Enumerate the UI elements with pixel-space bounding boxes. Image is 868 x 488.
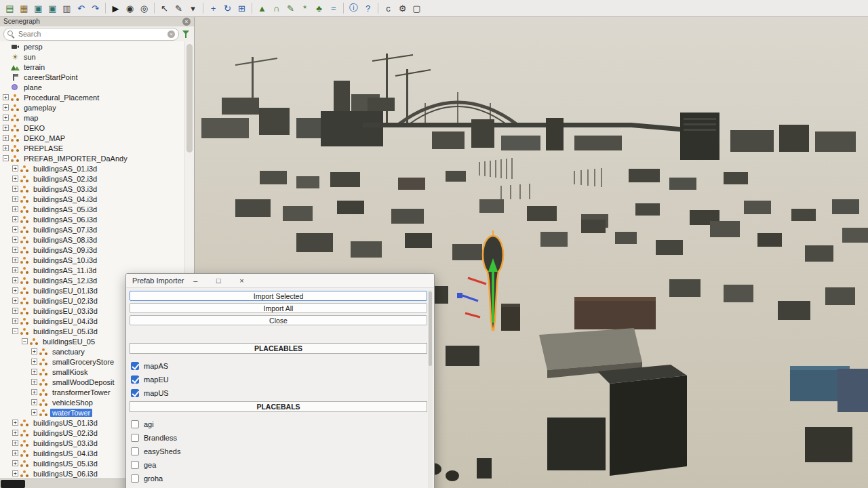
- expand-toggle[interactable]: +: [31, 348, 37, 354]
- play-icon[interactable]: ▶: [108, 1, 123, 15]
- import-selected-button[interactable]: Import Selected: [130, 291, 427, 301]
- redo-icon[interactable]: ↷: [88, 1, 102, 15]
- expand-toggle[interactable]: +: [12, 450, 18, 456]
- checkbox[interactable]: [131, 389, 139, 397]
- zoom-icon[interactable]: ◎: [137, 1, 151, 15]
- undo-icon[interactable]: ↶: [74, 1, 88, 15]
- collapse-toggle[interactable]: −: [22, 338, 28, 344]
- tree-item-prefab-importer-daandy[interactable]: −PREFAB_IMPORTER_DaAndy: [0, 153, 185, 163]
- clear-search-icon[interactable]: ×: [167, 30, 175, 38]
- checkbox-row-mapus[interactable]: mapUS: [130, 386, 427, 400]
- checkbox[interactable]: [131, 434, 139, 442]
- window-layout-icon[interactable]: ▢: [410, 1, 424, 15]
- print-icon[interactable]: ▥: [60, 1, 74, 15]
- expand-toggle[interactable]: +: [31, 389, 37, 395]
- tree-item-buildingsas-02-i3d[interactable]: +buildingsAS_02.i3d: [0, 174, 185, 184]
- expand-toggle[interactable]: +: [31, 359, 37, 365]
- expand-toggle[interactable]: +: [31, 409, 37, 415]
- water-icon[interactable]: ≈: [326, 1, 340, 15]
- brush-dropdown-icon[interactable]: ▾: [186, 1, 200, 15]
- tree-item-buildingsas-07-i3d[interactable]: +buildingsAS_07.i3d: [0, 224, 185, 235]
- translate-icon[interactable]: +: [206, 1, 220, 15]
- tree-item-buildingsas-10-i3d[interactable]: +buildingsAS_10.i3d: [0, 255, 185, 265]
- tree-item-sun[interactable]: ☀sun: [0, 52, 185, 62]
- expand-toggle[interactable]: +: [12, 237, 18, 243]
- tree-item-deko-map[interactable]: +DEKO_MAP: [0, 133, 185, 143]
- tree-item-procedural-placement[interactable]: +Procedural_Placement: [0, 92, 185, 102]
- expand-toggle[interactable]: +: [3, 115, 9, 121]
- search-input[interactable]: [17, 29, 165, 39]
- show-hide-icon[interactable]: ◉: [123, 1, 137, 15]
- checkbox[interactable]: [131, 375, 139, 384]
- checkbox[interactable]: [131, 362, 139, 370]
- checkbox-row-groha[interactable]: groha: [130, 472, 427, 485]
- expand-toggle[interactable]: +: [12, 186, 18, 192]
- checkbox[interactable]: [131, 461, 139, 469]
- tree-item-plane[interactable]: plane: [0, 82, 185, 92]
- new-scene-icon[interactable]: ▤: [3, 1, 17, 15]
- terrain-sculpt-icon[interactable]: ▲: [255, 1, 269, 15]
- checkbox-row-gea[interactable]: gea: [130, 458, 427, 472]
- tree-item-buildingsas-03-i3d[interactable]: +buildingsAS_03.i3d: [0, 184, 185, 194]
- tree-item-buildingsas-09-i3d[interactable]: +buildingsAS_09.i3d: [0, 245, 185, 255]
- expand-toggle[interactable]: +: [31, 369, 37, 375]
- expand-toggle[interactable]: +: [12, 257, 18, 263]
- expand-toggle[interactable]: +: [3, 94, 9, 100]
- terrain-smooth-icon[interactable]: ∩: [269, 1, 283, 15]
- checkbox-row-mapeu[interactable]: mapEU: [130, 373, 427, 386]
- tree-item-buildingsas-05-i3d[interactable]: +buildingsAS_05.i3d: [0, 204, 185, 214]
- checkbox[interactable]: [131, 474, 139, 483]
- expand-toggle[interactable]: +: [3, 145, 9, 151]
- collapse-toggle[interactable]: −: [3, 155, 9, 161]
- close-button[interactable]: ×: [230, 274, 253, 287]
- expand-toggle[interactable]: +: [12, 430, 18, 436]
- expand-toggle[interactable]: +: [12, 287, 18, 293]
- expand-toggle[interactable]: +: [3, 135, 9, 141]
- tree-placement-icon[interactable]: ♣: [312, 1, 326, 15]
- bottom-panel-tab[interactable]: [1, 480, 25, 488]
- checkbox-row-brandless[interactable]: Brandless: [130, 431, 427, 445]
- checkbox[interactable]: [131, 420, 139, 428]
- rotate-icon[interactable]: ↻: [220, 1, 235, 15]
- open-file-icon[interactable]: ▦: [17, 1, 31, 15]
- close-button[interactable]: Close: [130, 315, 427, 325]
- expand-toggle[interactable]: +: [31, 399, 37, 405]
- tree-item-deko[interactable]: +DEKO: [0, 123, 185, 133]
- tree-item-gameplay[interactable]: +gameplay: [0, 102, 185, 113]
- tree-item-map[interactable]: +map: [0, 113, 185, 123]
- tree-item-buildingsas-06-i3d[interactable]: +buildingsAS_06.i3d: [0, 214, 185, 224]
- tree-item-buildingsas-08-i3d[interactable]: +buildingsAS_08.i3d: [0, 235, 185, 245]
- expand-toggle[interactable]: +: [12, 460, 18, 466]
- checkbox[interactable]: [131, 447, 139, 455]
- help-icon[interactable]: ?: [361, 1, 375, 15]
- panel-close-icon[interactable]: ×: [182, 18, 191, 26]
- expand-toggle[interactable]: +: [12, 206, 18, 212]
- scrollbar-thumb[interactable]: [186, 44, 193, 152]
- expand-toggle[interactable]: +: [12, 308, 18, 314]
- checkbox-row-blank[interactable]: [130, 485, 427, 488]
- expand-toggle[interactable]: +: [12, 216, 18, 222]
- checkbox-row-agi[interactable]: agi: [130, 418, 427, 431]
- settings-icon[interactable]: ⚙: [395, 1, 410, 15]
- save-icon[interactable]: ▣: [31, 1, 45, 15]
- minimize-button[interactable]: –: [184, 274, 207, 287]
- paint-brush-icon[interactable]: ✎: [172, 1, 186, 15]
- expand-toggle[interactable]: +: [12, 318, 18, 324]
- expand-toggle[interactable]: +: [12, 440, 18, 446]
- expand-toggle[interactable]: +: [12, 470, 18, 476]
- expand-toggle[interactable]: +: [3, 104, 9, 110]
- expand-toggle[interactable]: +: [12, 196, 18, 202]
- tree-item-buildingsas-01-i3d[interactable]: +buildingsAS_01.i3d: [0, 163, 185, 174]
- expand-toggle[interactable]: +: [12, 165, 18, 171]
- expand-toggle[interactable]: +: [3, 125, 9, 131]
- expand-toggle[interactable]: +: [12, 247, 18, 253]
- expand-toggle[interactable]: +: [31, 379, 37, 385]
- expand-toggle[interactable]: +: [12, 277, 18, 283]
- info-icon[interactable]: ⓘ: [347, 1, 361, 15]
- terrain-paint-icon[interactable]: ✎: [283, 1, 298, 15]
- checkbox-row-easysheds[interactable]: easySheds: [130, 445, 427, 458]
- expand-toggle[interactable]: +: [12, 267, 18, 273]
- tree-item-careerstartpoint[interactable]: careerStartPoint: [0, 72, 185, 82]
- gizmo-z-handle[interactable]: [457, 293, 462, 298]
- expand-toggle[interactable]: +: [12, 226, 18, 232]
